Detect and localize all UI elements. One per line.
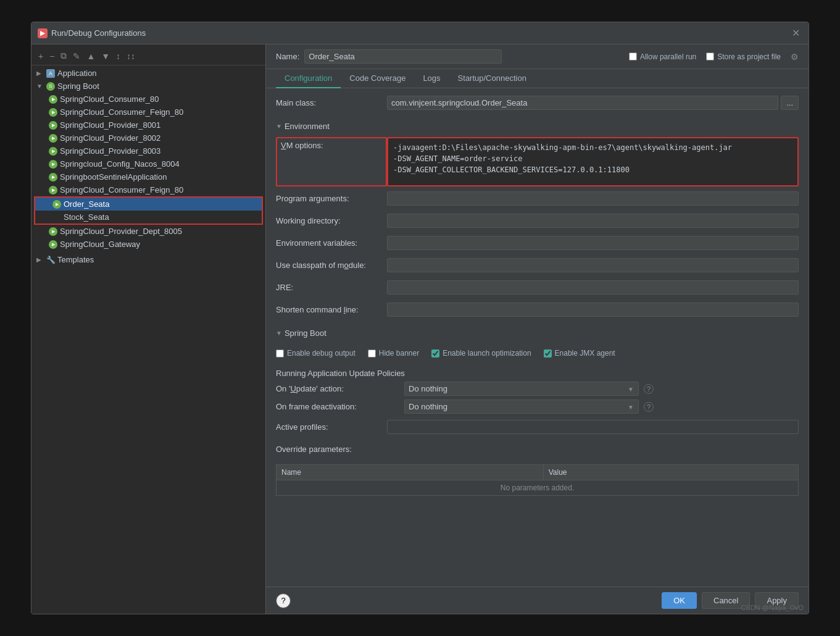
env-vars-input[interactable]	[387, 236, 799, 250]
classpath-label: Use classpath of module:	[276, 258, 387, 270]
jre-input[interactable]	[387, 280, 799, 295]
name-input[interactable]	[304, 49, 502, 64]
tree-item-label-2: SpringCloud_Provider_8001	[60, 120, 160, 130]
tree-item-label-0: SpringCloud_Consumer_80	[60, 94, 159, 104]
tree-item-4[interactable]: SpringCloud_Provider_8003	[31, 144, 265, 157]
run-icon-7	[49, 186, 57, 195]
tab-logs[interactable]: Logs	[414, 69, 449, 88]
settings-icon[interactable]: ⚙	[791, 52, 799, 62]
close-button[interactable]: ✕	[789, 27, 802, 40]
spring-boot-label: Spring Boot	[285, 328, 326, 338]
main-class-browse-button[interactable]: ...	[781, 96, 799, 110]
copy-config-button[interactable]: ⧉	[59, 49, 69, 62]
env-arrow-icon: ▼	[276, 123, 282, 130]
vm-options-input[interactable]: -javaagent:D:\Files\apache-skywalking-ap…	[387, 137, 799, 186]
policies-title: Running Application Update Policies	[276, 365, 799, 382]
move-config-button[interactable]: ↕	[114, 50, 122, 62]
tab-startup-connection[interactable]: Startup/Connection	[449, 69, 535, 88]
frame-help-icon[interactable]: ?	[644, 402, 654, 412]
tree-item-1[interactable]: SpringCloud_Consumer_Feign_80	[31, 106, 265, 119]
enable-launch-label: Enable launch optimization	[443, 349, 531, 358]
tab-configuration[interactable]: Configuration	[276, 69, 341, 88]
working-dir-input[interactable]	[387, 214, 799, 228]
tree-item-7[interactable]: SpringCloud_Consumer_Feign_80	[31, 183, 265, 196]
enable-launch-checkbox[interactable]	[431, 349, 439, 358]
run-icon-2	[49, 121, 57, 130]
tree-item-springboot[interactable]: ▼ S Spring Boot	[31, 80, 265, 93]
main-class-input[interactable]	[387, 96, 778, 110]
override-params-row: Override parameters:	[276, 442, 799, 459]
tree-item-label-7: SpringCloud_Consumer_Feign_80	[60, 185, 183, 195]
application-label: Application	[57, 69, 97, 78]
empty-row: No parameters added.	[277, 480, 799, 496]
enable-debug-label: Enable debug output	[287, 349, 356, 358]
spring-arrow-icon: ▼	[276, 330, 282, 337]
update-action-select[interactable]: Do nothing Update classes and resources …	[404, 382, 639, 396]
classpath-input[interactable]	[387, 258, 799, 272]
environment-section[interactable]: ▼ Environment	[276, 118, 799, 135]
tree-item-label-10: SpringCloud_Provider_Dept_8005	[60, 227, 182, 236]
tree-item-label-stock: Stock_Seata	[64, 212, 109, 222]
active-profiles-input[interactable]	[387, 420, 799, 434]
right-panel: Name: Allow parallel run Store as projec…	[266, 44, 809, 614]
tree-item-label-4: SpringCloud_Provider_8003	[60, 146, 160, 156]
tree-item-2[interactable]: SpringCloud_Provider_8001	[31, 119, 265, 132]
tree-item-label-1: SpringCloud_Consumer_Feign_80	[60, 107, 183, 117]
store-project-label: Store as project file	[717, 52, 781, 61]
tab-code-coverage[interactable]: Code Coverage	[341, 69, 414, 88]
frame-deactivation-label: On frame deactivation:	[276, 402, 399, 411]
sort-config-button[interactable]: ↕↕	[125, 50, 137, 62]
run-icon-6	[49, 173, 57, 182]
active-profiles-label: Active profiles:	[276, 420, 387, 432]
tree-item-10[interactable]: SpringCloud_Provider_Dept_8005	[31, 225, 265, 238]
ok-button[interactable]: OK	[662, 592, 697, 609]
update-action-row: On 'Update' action: Do nothing Update cl…	[276, 382, 799, 396]
tree-item-3[interactable]: SpringCloud_Provider_8002	[31, 132, 265, 144]
tree-item-5[interactable]: Springcloud_Config_Nacos_8004	[31, 157, 265, 170]
run-icon-4	[49, 147, 57, 156]
env-vars-label: Environment variables:	[276, 236, 387, 248]
active-profiles-row: Active profiles:	[276, 420, 799, 437]
program-args-input[interactable]	[387, 191, 799, 206]
app-icon: ▶	[38, 28, 48, 38]
tree-item-templates[interactable]: ▶ 🔧 Templates	[31, 253, 265, 266]
policies-section: Running Application Update Policies On '…	[276, 362, 799, 420]
shorten-input[interactable]	[387, 303, 799, 317]
enable-debug-checkbox[interactable]	[276, 349, 284, 358]
shorten-row: Shorten command line:	[276, 303, 799, 320]
move-up-button[interactable]: ▲	[85, 50, 97, 62]
tree-item-label-3: SpringCloud_Provider_8002	[60, 133, 160, 143]
frame-deactivation-select[interactable]: Do nothing Update classes and resources …	[404, 400, 639, 414]
hide-banner-checkbox[interactable]	[368, 349, 376, 358]
update-help-icon[interactable]: ?	[644, 384, 654, 394]
edit-config-button[interactable]: ✎	[71, 50, 82, 62]
override-params-label: Override parameters:	[276, 442, 387, 454]
move-down-button[interactable]: ▼	[99, 50, 112, 62]
tree-item-order-seata[interactable]: Order_Seata	[35, 198, 262, 211]
tabs-bar: Configuration Code Coverage Logs Startup…	[266, 69, 809, 88]
run-icon-5	[49, 160, 57, 169]
tree-item-label-order: Order_Seata	[64, 199, 109, 209]
expand-springboot-icon: ▼	[36, 83, 44, 90]
tree-item-stock-seata[interactable]: Stock_Seata	[35, 211, 262, 224]
tree-item-0[interactable]: SpringCloud_Consumer_80	[31, 93, 265, 106]
store-project-checkbox[interactable]	[706, 52, 714, 61]
spring-boot-header[interactable]: ▼ Spring Boot	[276, 325, 799, 341]
add-config-button[interactable]: +	[36, 50, 45, 62]
tree-item-6[interactable]: SpringbootSentinelApplication	[31, 170, 265, 183]
run-icon-10	[49, 227, 57, 236]
tree-item-label-11: SpringCloud_Gateway	[60, 240, 140, 249]
enable-jmx-checkbox[interactable]	[544, 349, 552, 358]
tree-item-application[interactable]: ▶ A Application	[31, 67, 265, 80]
application-icon: A	[46, 69, 55, 78]
spring-boot-section: ▼ Spring Boot Enable debug output Hide b…	[276, 325, 799, 496]
vm-options-label: VM options:	[276, 137, 387, 186]
help-button[interactable]: ?	[276, 593, 291, 608]
tree-item-label-6: SpringbootSentinelApplication	[60, 172, 167, 182]
params-table-section: Name Value No parameters added.	[276, 464, 799, 496]
allow-parallel-checkbox[interactable]	[629, 52, 637, 61]
tree-item-11[interactable]: SpringCloud_Gateway	[31, 238, 265, 251]
vm-options-row: VM options: -javaagent:D:\Files\apache-s…	[276, 137, 799, 186]
remove-config-button[interactable]: −	[48, 50, 56, 62]
title-bar: ▶ Run/Debug Configurations ✕	[31, 22, 809, 44]
